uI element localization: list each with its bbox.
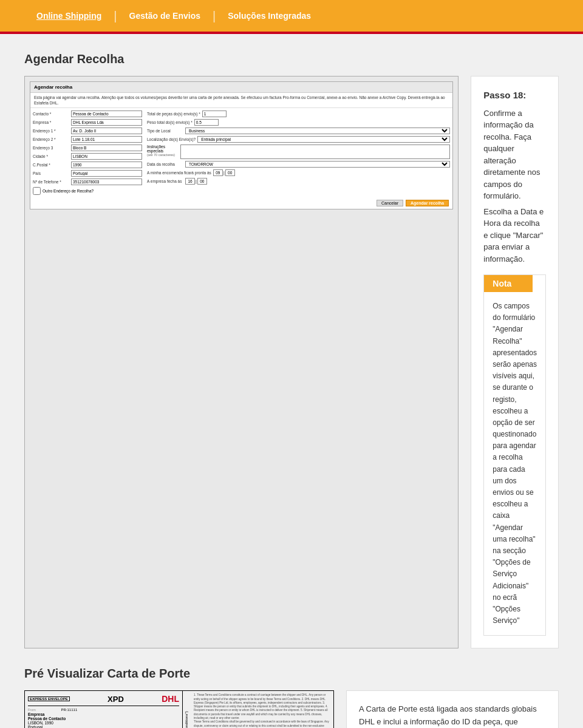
form-row-pronta: A minha encomenda ficará pronta às | [147, 169, 450, 176]
label-peso-total: Peso total do(s) envio(s) * [147, 120, 193, 124]
label-instrucoes: Instruções especiais [147, 145, 179, 153]
wb-terms-text: 1. These Terms and Conditions constitute… [194, 693, 331, 728]
input-endereco1[interactable] [71, 128, 142, 134]
form-row-contacto: Contacto * [33, 111, 142, 117]
waybill-preview: EXPRESS ENVELOPE XPD DHL From PR:11111 E… [24, 690, 334, 728]
section1-info: Passo 18: Confirme a informação da recol… [471, 76, 559, 648]
label-telefone: Nº de Telefone * [33, 180, 69, 184]
form-row-peso-total: Peso total do(s) envio(s) * [147, 119, 450, 126]
section2-title: Pré Visualizar Carta de Porte [24, 667, 559, 681]
form-row-total-pecas: Total de peças do(s) envio(s) * [147, 111, 450, 117]
input-fecha-m[interactable] [197, 178, 207, 185]
wb-from-country: Portugal [28, 725, 179, 728]
label-pais: País [33, 171, 69, 175]
input-peso-total[interactable] [194, 119, 219, 126]
form-row-tipo-local: Tipo de Local Business Residential [147, 128, 450, 134]
input-endereco3[interactable] [71, 145, 142, 151]
info-text1: Confirme a informação da recolha. Faça q… [483, 107, 546, 202]
label-outro-endereco: Outro Endereço de Recolha? [43, 189, 94, 193]
select-tipo-local[interactable]: Business Residential [185, 128, 450, 134]
form-row-fecha: A empresa fecha às | [147, 178, 450, 185]
label-cpostal: C.Postal * [33, 163, 69, 167]
form-buttons: Cancelar Agendar recolha [30, 197, 452, 209]
datetime-fecha: | [185, 178, 207, 185]
label-total-pecas: Total de peças do(s) envio(s) * [147, 112, 200, 116]
nav-divider-2: | [213, 9, 216, 23]
instrucoes-labels: Instruções especiais (até 70 caracteres) [147, 145, 179, 157]
form-screenshot: Agendar recolha Esta página vai agendar … [24, 76, 459, 648]
input-empresa[interactable] [71, 119, 142, 126]
label-contacto: Contacto * [33, 112, 69, 116]
input-cidade[interactable] [71, 153, 142, 160]
wb-from-contact: Pessoa de Contacto [28, 716, 179, 721]
inner-form: Agendar recolha Esta página vai agendar … [30, 81, 453, 209]
main-nav: Online Shipping | Gestão de Envios | Sol… [24, 9, 323, 23]
wb-left: EXPRESS ENVELOPE XPD DHL From PR:11111 E… [25, 691, 183, 728]
label-instrucoes-sub: (até 70 caracteres) [147, 153, 179, 157]
wb-top-bar: EXPRESS ENVELOPE XPD DHL [28, 694, 179, 706]
label-tipo-local: Tipo de Local [147, 129, 183, 133]
label-empresa: Empresa * [33, 120, 69, 124]
wb-pr-label: PR:11111 [61, 708, 78, 712]
form-left-col: Contacto * Empresa * Endereço 1 * E [33, 111, 142, 195]
input-pronta-h[interactable] [213, 169, 223, 176]
form-row-instrucoes: Instruções especiais (até 70 caracteres) [147, 145, 450, 159]
label-endereco3: Endereço 3 [33, 146, 69, 150]
nav-gestao-envios[interactable]: Gestão de Envios [117, 11, 213, 21]
nota-content: Os campos do formulário "Agendar Recolha… [484, 292, 545, 635]
checkbox-outro-endereco[interactable] [33, 187, 41, 195]
wb-from-name: Empresa [28, 712, 179, 716]
wb-xpd: XPD [107, 695, 124, 704]
input-telefone[interactable] [71, 179, 142, 185]
wb-terms-content: 1. These Terms and Conditions constitute… [194, 693, 331, 720]
form-row-cpostal: C.Postal * [33, 162, 142, 168]
label-endereco2: Endereço 2 * [33, 137, 69, 141]
form-row-localizacao: Localização do(s) Envio(s)? Entrada prin… [147, 136, 450, 143]
input-endereco2[interactable] [71, 136, 142, 143]
label-data-recolha: Data da recolha [147, 162, 183, 166]
form-right-col: Total de peças do(s) envio(s) * Peso tot… [147, 111, 450, 195]
form-row-empresa: Empresa * [33, 119, 142, 126]
input-pronta-m[interactable] [225, 169, 235, 176]
form-notice: Esta página vai agendar uma recolha. Ate… [30, 93, 452, 108]
nav-solucoes-integradas[interactable]: Soluções Integradas [216, 11, 323, 21]
wb-dhl-logo: DHL [162, 694, 179, 704]
nota-header: Nota [484, 275, 533, 292]
header: Online Shipping | Gestão de Envios | Sol… [0, 0, 583, 34]
label-fecha: A empresa fecha às [147, 179, 183, 183]
input-pais[interactable] [71, 170, 142, 177]
input-fecha-h[interactable] [185, 178, 195, 185]
label-contacto-text: Contacto * [33, 112, 51, 116]
btn-cancelar[interactable]: Cancelar [377, 200, 403, 206]
form-row-data-recolha: Data da recolha TOMORROW TODAY [147, 161, 450, 168]
section1-title: Agendar Recolha [24, 52, 559, 66]
input-total-pecas[interactable] [202, 111, 227, 117]
form-row-endereco3: Endereço 3 [33, 145, 142, 151]
textarea-instrucoes[interactable] [180, 145, 450, 159]
main-content: Agendar Recolha Agendar recolha Esta pág… [0, 34, 583, 728]
info-text2: Escolha a Data e Hora da recolha e cliqu… [483, 206, 546, 265]
step-title: Passo 18: [483, 89, 546, 103]
wb-right: TERMS AND CONDITIONS OF CARRIAGE ("Terms… [183, 691, 333, 728]
wb-from-label: From PR:11111 [28, 708, 179, 712]
wb-terms-title-rotated: TERMS AND CONDITIONS OF CARRIAGE ("Terms… [185, 697, 189, 728]
form-header: Agendar recolha [30, 82, 452, 93]
input-cpostal[interactable] [71, 162, 142, 168]
nav-online-shipping[interactable]: Online Shipping [24, 11, 114, 21]
preview-layout: EXPRESS ENVELOPE XPD DHL From PR:11111 E… [24, 690, 559, 728]
nav-divider-1: | [114, 9, 117, 23]
form-row-cidade: Cidade * [33, 153, 142, 160]
select-localizacao[interactable]: Entrada principal [197, 136, 450, 143]
wb-from-city: LISBON, 1990 [28, 721, 179, 725]
form-body: Contacto * Empresa * Endereço 1 * E [30, 108, 452, 197]
select-data-recolha[interactable]: TOMORROW TODAY [185, 161, 450, 168]
form-row-endereco1: Endereço 1 * [33, 128, 142, 134]
btn-agendar[interactable]: Agendar recolha [406, 200, 449, 206]
label-localizacao: Localização do(s) Envio(s)? [147, 137, 196, 141]
wb-pr-value: 11111 [67, 708, 78, 712]
form-row-pais: País [33, 170, 142, 177]
preview-info-text: A Carta de Porte está ligada aos standar… [359, 703, 546, 728]
label-pronta: A minha encomenda ficará pronta às [147, 171, 211, 175]
sep2: | [196, 179, 197, 183]
input-contacto[interactable] [71, 111, 142, 117]
